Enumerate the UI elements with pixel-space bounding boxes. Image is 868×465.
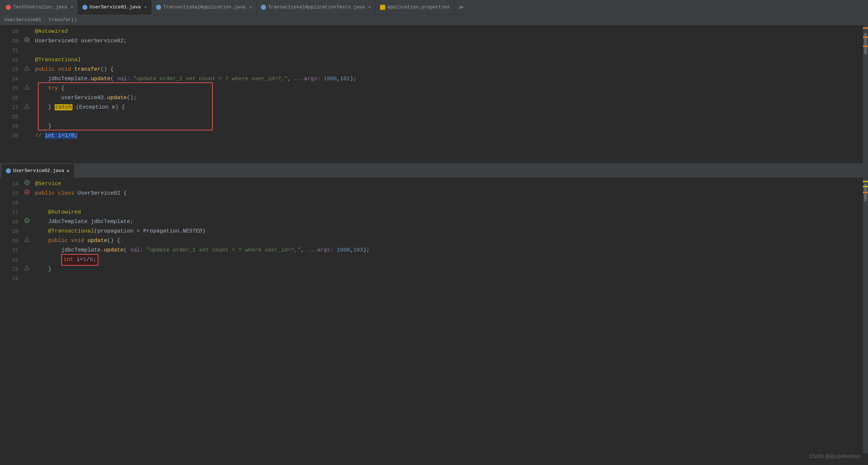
code-line-top-30: // int i=1/0; <box>35 131 863 141</box>
gutter-28 <box>22 111 32 120</box>
top-scrollbar[interactable] <box>863 26 868 163</box>
split-tab-userservice02[interactable]: UserService02.java ✕ <box>1 164 74 178</box>
gutter-26 <box>22 92 32 101</box>
bottom-scrollbar[interactable] <box>863 178 868 453</box>
code-line-bot-15: public class UserService02 { <box>35 189 863 198</box>
bottom-editor-pane: 14 15 16 17 18 19 20 21 22 23 24 <box>0 178 868 464</box>
b-gutter-20 <box>22 235 32 244</box>
tab-transactionaltest[interactable]: TransactionalApplicationTests.java ✕ <box>257 0 376 15</box>
code-line-top-19: @Autowired <box>35 27 863 36</box>
code-line-top-28 <box>35 112 863 122</box>
split-tab-bar: UserService02.java ✕ <box>0 164 868 178</box>
tab-close-userservice01[interactable]: ✕ <box>144 5 147 9</box>
b-gutter-14 <box>22 178 32 187</box>
svg-marker-1 <box>25 66 29 70</box>
scroll-mark-3 <box>863 46 868 47</box>
tab-icon-testcontroller <box>6 5 11 10</box>
code-line-top-23: public void transfer() { <box>35 65 863 74</box>
svg-marker-8 <box>25 266 29 270</box>
code-line-top-20: UserService02 userService02; <box>35 36 863 46</box>
code-line-bot-16 <box>35 198 863 208</box>
top-line-numbers: 19 20 21 22 23 24 25 26 27 28 29 30 <box>0 26 22 163</box>
b-gutter-18 <box>22 216 32 225</box>
tab-label-userservice01: UserService01.java <box>90 4 141 10</box>
breadcrumb-sep: › <box>43 17 46 23</box>
top-code-content: @Autowired UserService02 userService02; … <box>32 26 863 163</box>
bottom-code-content: @Service public class UserService02 { @A… <box>32 178 863 453</box>
scroll-mark-bot-1 <box>863 181 868 182</box>
scroll-mark-bot-2 <box>863 186 868 187</box>
code-line-bot-20: public void update() { <box>35 236 863 246</box>
svg-marker-3 <box>25 104 29 108</box>
tab-close-testcontroller[interactable]: ✕ <box>71 5 73 9</box>
gutter-19 <box>22 26 32 35</box>
bottom-gutter <box>22 178 32 453</box>
split-tab-icon <box>6 168 11 173</box>
top-scrollbar-thumb[interactable] <box>864 33 867 55</box>
code-line-bot-23: } <box>35 265 863 274</box>
split-tab-label: UserService02.java <box>13 168 64 173</box>
gutter-25 <box>22 82 32 92</box>
code-line-top-22: @Transactional <box>35 55 863 65</box>
gutter-24 <box>22 73 32 82</box>
b-gutter-24 <box>22 273 32 282</box>
breadcrumb-bar-top: UserService01 › transfer() <box>0 15 868 26</box>
tab-close-transactionalapp[interactable]: ✕ <box>249 5 252 9</box>
code-line-bot-17: @Autowired <box>35 208 863 217</box>
gutter-20 <box>22 35 32 44</box>
code-line-bot-14: @Service <box>35 179 863 189</box>
tab-close-transactionaltest[interactable]: ✕ <box>368 5 371 9</box>
top-editor-pane: UserService01 › transfer() 19 20 21 22 2… <box>0 15 868 164</box>
tab-userservice01[interactable]: UserService01.java ✕ <box>78 0 152 15</box>
b-gutter-15 <box>22 187 32 197</box>
bottom-code-area: 14 15 16 17 18 19 20 21 22 23 24 <box>0 178 868 453</box>
tab-properties[interactable]: application.properties <box>376 0 455 15</box>
code-line-top-21 <box>35 46 863 55</box>
b-gutter-17 <box>22 206 32 216</box>
tab-icon-properties <box>380 5 385 10</box>
code-line-bot-18: JdbcTemplate jdbcTemplate; <box>35 217 863 227</box>
tab-icon-transactionaltest <box>261 5 266 10</box>
bottom-line-numbers: 14 15 16 17 18 19 20 21 22 23 24 <box>0 178 22 453</box>
gutter-23 <box>22 63 32 73</box>
top-code-area: 19 20 21 22 23 24 25 26 27 28 29 30 <box>0 26 868 163</box>
tab-icon-transactionalapp <box>156 5 161 10</box>
scroll-mark-2 <box>863 36 868 38</box>
gutter-30 <box>22 130 32 139</box>
tab-overflow[interactable]: ≫ <box>456 4 467 10</box>
b-gutter-19 <box>22 225 32 235</box>
code-line-bot-21: jdbcTemplate.update( sql: "update order_… <box>35 246 863 255</box>
breadcrumb-method: transfer() <box>48 17 77 23</box>
scroll-mark-bot-3 <box>863 192 868 193</box>
svg-marker-7 <box>25 237 29 242</box>
watermark: CSDN @孙治AllenSun <box>809 453 861 460</box>
b-gutter-21 <box>22 244 32 254</box>
breadcrumb-class: UserService01 <box>4 17 41 23</box>
code-line-bot-22: int i=1/0; <box>35 255 863 265</box>
tab-transactionalapp[interactable]: TransactionalApplication.java ✕ <box>152 0 257 15</box>
code-line-bot-24 <box>35 274 863 284</box>
tab-label-testcontroller: TestController.java <box>13 4 67 10</box>
tab-bar: TestController.java ✕ UserService01.java… <box>0 0 868 15</box>
gutter-21 <box>22 44 32 54</box>
code-line-top-25: try { <box>35 84 863 93</box>
tab-icon-userservice01 <box>82 5 87 10</box>
gutter-29 <box>22 120 32 130</box>
svg-marker-2 <box>25 85 29 89</box>
split-tab-close[interactable]: ✕ <box>66 168 69 174</box>
code-line-bot-19: @Transactional(propagation = Propagation… <box>35 227 863 236</box>
code-line-top-24: jdbcTemplate.update( sql: "update order_… <box>35 74 863 84</box>
tab-label-properties: application.properties <box>387 4 450 10</box>
code-line-top-27: } catch (Exception e) { <box>35 103 863 112</box>
tab-testcontroller[interactable]: TestController.java ✕ <box>1 0 78 15</box>
code-line-top-29: } <box>35 122 863 131</box>
top-gutter <box>22 26 32 163</box>
gutter-27 <box>22 101 32 111</box>
b-gutter-16 <box>22 197 32 206</box>
scroll-mark-1 <box>863 27 868 29</box>
gutter-22 <box>22 54 32 63</box>
tab-label-transactionalapp: TransactionalApplication.java <box>163 4 246 10</box>
tab-label-transactionaltest: TransactionalApplicationTests.java <box>268 4 365 10</box>
b-gutter-23 <box>22 263 32 273</box>
code-line-top-26: userService02.update(); <box>35 93 863 103</box>
